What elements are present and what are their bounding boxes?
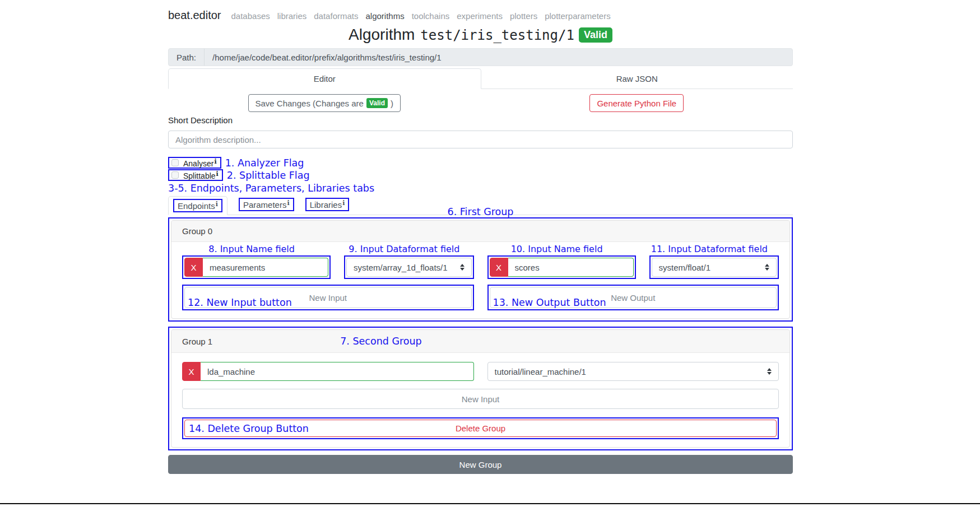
- top-navbar: beat.editor databases libraries dataform…: [0, 0, 980, 22]
- analyser-checkbox[interactable]: [171, 159, 179, 166]
- title-prefix: Algorithm: [349, 26, 415, 43]
- group-0-header: Group 0: [171, 221, 789, 242]
- save-label: Save Changes (Changes are: [256, 99, 364, 108]
- info-icon: i: [214, 158, 216, 165]
- annotation-endpoint-tabs: 3-5. Endpoints, Parameters, Libraries ta…: [168, 183, 793, 194]
- annotation-analyzer-flag: 1. Analyzer Flag: [225, 157, 304, 169]
- save-label-suffix: ): [391, 99, 393, 108]
- input-name-group: X: [184, 258, 328, 277]
- output-name-annotation-box: X: [487, 255, 636, 279]
- group-0-body: 8. Input Name field 9. Input Dataformat …: [171, 242, 789, 318]
- annotation-first-group: 6. First Group: [168, 206, 793, 217]
- annotation-input-dataformat-field-9: 9. Input Dataformat field: [335, 244, 473, 255]
- nav-item-experiments[interactable]: experiments: [457, 11, 503, 21]
- nav-item-libraries[interactable]: libraries: [277, 11, 307, 21]
- window-bottom-border: [0, 503, 980, 504]
- selected-dataformat: system/float/1: [659, 263, 765, 272]
- group-0-card: Group 0 8. Input Name field 9. Input Dat…: [171, 220, 790, 319]
- splittable-checkbox[interactable]: [171, 171, 179, 179]
- path-bar: Path: /home/jae/code/beat.editor/prefix/…: [168, 48, 793, 66]
- annotation-delete-group-button-14: 14. Delete Group Button: [189, 423, 309, 434]
- nav-item-dataformats[interactable]: dataformats: [314, 11, 358, 21]
- annotation-second-group: 7. Second Group: [340, 336, 422, 347]
- nav-item-plotters[interactable]: plotters: [510, 11, 537, 21]
- annotation-input-name-field-10: 10. Input Name field: [487, 244, 626, 255]
- annotation-splittable-flag: 2. Splittable Flag: [227, 170, 310, 181]
- path-label: Path:: [169, 49, 205, 66]
- page-title: Algorithmtest/iris_testing/1Valid: [168, 26, 793, 46]
- input-name-annotation-box: X: [182, 255, 331, 279]
- nav-item-algorithms[interactable]: algorithms: [365, 11, 404, 21]
- splittable-flag-annotation-box: Splittablei: [168, 169, 223, 181]
- output-dataformat-select[interactable]: system/float/1: [652, 258, 777, 277]
- save-valid-badge: Valid: [366, 98, 388, 108]
- group-1-header: Group 1 7. Second Group: [171, 330, 789, 353]
- select-arrows-icon: [460, 264, 465, 271]
- new-input-button[interactable]: New Input: [182, 389, 779, 409]
- nav-item-toolchains[interactable]: toolchains: [412, 11, 450, 21]
- new-input-annotation-box: New Input 12. New Input button: [182, 285, 474, 310]
- new-output-annotation-box: New Output 13. New Output Button: [487, 285, 779, 310]
- group-1-dataformat-half: tutorial/linear_machine/1: [487, 362, 779, 381]
- select-arrows-icon: [767, 368, 772, 375]
- group-1-input-name-group: X: [182, 362, 474, 381]
- remove-output-button[interactable]: X: [490, 258, 508, 277]
- analyser-flag-annotation-box: Analyseri: [168, 157, 221, 169]
- group-0-new-io-row: New Input 12. New Input button New Outpu…: [182, 285, 779, 310]
- group-1-new-input-row: New Input: [182, 389, 779, 409]
- group-1-body: X tutorial/linear_machine/1 New Input De…: [171, 353, 789, 447]
- input-name-field[interactable]: [201, 362, 474, 381]
- annotation-new-input-button-12: 12. New Input button: [188, 297, 292, 308]
- group-0-endpoints-row: X system/array_1d_floats/1 X: [182, 255, 779, 279]
- group-1-annotation-box: Group 1 7. Second Group X tutorial/linea…: [168, 327, 793, 450]
- generate-python-file-button[interactable]: Generate Python File: [589, 94, 684, 112]
- short-description-label: Short Description: [168, 115, 793, 125]
- group-0-annotation-box: Group 0 8. Input Name field 9. Input Dat…: [168, 217, 793, 322]
- group-0-title: Group 0: [182, 226, 212, 236]
- group-1-card: Group 1 7. Second Group X tutorial/linea…: [171, 329, 790, 448]
- actions-row: Save Changes (Changes are Valid ) Genera…: [168, 94, 793, 112]
- tab-editor[interactable]: Editor: [168, 68, 481, 89]
- annotation-new-output-button-13: 13. New Output Button: [493, 297, 606, 308]
- path-value: /home/jae/code/beat.editor/prefix/algori…: [205, 53, 442, 62]
- info-icon: i: [216, 170, 219, 178]
- output-dataformat-annotation-box: system/float/1: [649, 255, 779, 279]
- splittable-label: Splittablei: [183, 170, 219, 180]
- remove-input-button[interactable]: X: [184, 258, 203, 277]
- annotation-input-dataformat-field-11: 11. Input Dataformat field: [640, 244, 779, 255]
- input-dataformat-select[interactable]: system/array_1d_floats/1: [346, 258, 472, 277]
- input-dataformat-select[interactable]: tutorial/linear_machine/1: [487, 362, 779, 381]
- nav-item-databases[interactable]: databases: [231, 11, 270, 21]
- algorithm-name: test/iris_testing/1: [420, 27, 574, 43]
- save-changes-button[interactable]: Save Changes (Changes are Valid ): [248, 94, 401, 112]
- description-input[interactable]: [168, 131, 793, 148]
- nav-item-plotterparameters[interactable]: plotterparameters: [545, 11, 611, 21]
- selected-dataformat: tutorial/linear_machine/1: [495, 367, 768, 376]
- input-name-field[interactable]: [203, 258, 328, 277]
- group-1-title: Group 1: [182, 337, 212, 346]
- selected-dataformat: system/array_1d_floats/1: [354, 263, 460, 272]
- flags-block: Analyseri 1. Analyzer Flag Splittablei 2…: [168, 157, 793, 181]
- input-dataformat-annotation-box: system/array_1d_floats/1: [344, 255, 474, 279]
- group-0-annotation-labels: 8. Input Name field 9. Input Dataformat …: [182, 244, 779, 255]
- annotation-input-name-field-8: 8. Input Name field: [182, 244, 321, 255]
- tab-raw-json[interactable]: Raw JSON: [481, 68, 793, 89]
- group-1-endpoint-row: X tutorial/linear_machine/1: [182, 362, 779, 381]
- valid-status-badge: Valid: [579, 27, 612, 43]
- analyser-label: Analyseri: [183, 158, 217, 168]
- delete-group-annotation-box: Delete Group 14. Delete Group Button: [182, 417, 779, 439]
- output-name-field[interactable]: [508, 258, 634, 277]
- output-name-group: X: [490, 258, 634, 277]
- remove-input-button[interactable]: X: [182, 362, 201, 381]
- view-tabs: Editor Raw JSON: [168, 68, 793, 89]
- brand-logo[interactable]: beat.editor: [168, 9, 221, 22]
- new-group-button[interactable]: New Group: [168, 455, 793, 474]
- select-arrows-icon: [765, 264, 769, 271]
